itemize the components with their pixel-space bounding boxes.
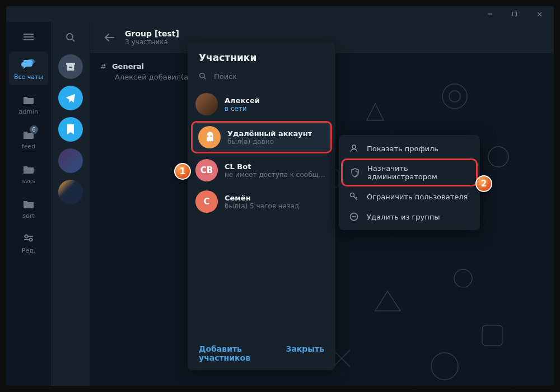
folder-icon bbox=[21, 161, 36, 176]
svg-point-19 bbox=[449, 91, 460, 102]
svg-rect-1 bbox=[513, 12, 517, 16]
remove-icon bbox=[349, 212, 359, 222]
svg-point-30 bbox=[352, 145, 356, 148]
menu-label: Назначить администратором bbox=[367, 164, 468, 181]
rail-label: svcs bbox=[22, 178, 35, 185]
svg-point-9 bbox=[25, 235, 28, 237]
chat-list bbox=[51, 22, 90, 386]
participant-status: в сети bbox=[225, 105, 260, 113]
profile-icon bbox=[349, 143, 359, 153]
settings-sliders-icon bbox=[21, 230, 36, 246]
svg-rect-16 bbox=[69, 67, 72, 68]
rail-label: admin bbox=[19, 108, 38, 115]
svg-line-27 bbox=[204, 77, 206, 79]
folder-rail: Все чаты admin feed 6 svcs sort Ред. bbox=[6, 22, 51, 386]
svg-point-26 bbox=[200, 73, 204, 78]
participants-list: Алексей в сети Удалённый аккаунт был(а) … bbox=[188, 88, 335, 337]
participant-name: Семён bbox=[225, 194, 299, 202]
rail-admin[interactable]: admin bbox=[9, 86, 48, 120]
annotation-badge-2: 2 bbox=[475, 175, 492, 192]
menu-restrict-user[interactable]: Ограничить пользователя bbox=[339, 186, 480, 207]
menu-label: Удалить из группы bbox=[367, 213, 440, 221]
titlebar bbox=[6, 6, 554, 22]
search-placeholder: Поиск bbox=[214, 72, 237, 81]
search-button[interactable] bbox=[59, 26, 82, 49]
chat-avatar-saved[interactable] bbox=[58, 117, 83, 142]
add-participants-button[interactable]: Добавить участников bbox=[199, 344, 286, 362]
svg-point-24 bbox=[488, 147, 508, 167]
key-icon bbox=[349, 192, 359, 202]
chat-avatar-archive[interactable] bbox=[58, 54, 83, 79]
participant-row-deleted[interactable]: Удалённый аккаунт был(а) давно bbox=[191, 121, 332, 153]
back-button[interactable] bbox=[99, 27, 119, 48]
chat-avatar-item[interactable] bbox=[58, 148, 83, 173]
svg-point-22 bbox=[454, 269, 472, 287]
svg-point-31 bbox=[351, 193, 354, 197]
annotation-badge-1: 1 bbox=[174, 163, 191, 180]
menu-button[interactable] bbox=[18, 27, 39, 47]
rail-label: feed bbox=[22, 143, 35, 150]
unread-badge: 6 bbox=[30, 125, 38, 134]
avatar: CB bbox=[195, 159, 218, 181]
participant-status: был(а) 5 часов назад bbox=[225, 202, 299, 210]
window-minimize-button[interactable] bbox=[478, 6, 502, 22]
participant-row[interactable]: С Семён был(а) 5 часов назад bbox=[188, 186, 335, 217]
shield-icon bbox=[351, 167, 360, 178]
svg-rect-14 bbox=[66, 63, 75, 65]
rail-label: sort bbox=[22, 212, 34, 220]
rail-svcs[interactable]: svcs bbox=[9, 156, 48, 189]
rail-sort[interactable]: sort bbox=[9, 190, 48, 224]
svg-point-7 bbox=[27, 59, 35, 64]
rail-edit[interactable]: Ред. bbox=[9, 225, 48, 259]
svg-line-13 bbox=[72, 39, 74, 41]
rail-label: Ред. bbox=[22, 247, 36, 254]
rail-all-chats[interactable]: Все чаты bbox=[9, 52, 48, 85]
participant-row[interactable]: CB CL Bot не имеет доступа к сообщениям bbox=[188, 155, 335, 186]
dialog-title: Участники bbox=[188, 42, 335, 68]
menu-show-profile[interactable]: Показать профиль bbox=[339, 138, 480, 158]
search-icon bbox=[199, 72, 207, 81]
svg-point-11 bbox=[30, 238, 32, 241]
svg-point-28 bbox=[207, 136, 209, 137]
avatar-ghost-icon bbox=[198, 126, 221, 148]
folder-icon bbox=[21, 195, 36, 211]
rail-feed[interactable]: feed 6 bbox=[9, 121, 48, 155]
avatar bbox=[195, 93, 218, 115]
chat-avatar-telegram[interactable] bbox=[58, 86, 83, 110]
svg-point-23 bbox=[431, 353, 458, 380]
menu-make-admin[interactable]: Назначить администратором bbox=[341, 158, 478, 186]
folder-icon bbox=[21, 91, 36, 107]
hash-icon: # bbox=[100, 62, 106, 71]
svg-point-29 bbox=[211, 136, 212, 137]
rail-label: Все чаты bbox=[14, 73, 43, 81]
avatar: С bbox=[195, 190, 218, 213]
svg-point-12 bbox=[67, 34, 73, 40]
participant-status: был(а) давно bbox=[227, 138, 312, 146]
svg-rect-25 bbox=[482, 325, 502, 346]
menu-remove-from-group[interactable]: Удалить из группы bbox=[339, 207, 480, 227]
close-dialog-button[interactable]: Закрыть bbox=[286, 344, 324, 362]
chat-bubbles-icon bbox=[21, 57, 36, 72]
participant-name: Алексей bbox=[225, 96, 260, 105]
channel-name[interactable]: General bbox=[112, 62, 144, 71]
window-close-button[interactable] bbox=[527, 6, 552, 22]
participant-status: не имеет доступа к сообщениям bbox=[225, 171, 328, 179]
window-maximize-button[interactable] bbox=[502, 6, 527, 22]
participant-name: Удалённый аккаунт bbox=[227, 129, 312, 138]
dialog-search[interactable]: Поиск bbox=[188, 68, 335, 88]
chat-avatar-item[interactable] bbox=[58, 180, 83, 204]
group-title: Group [test] bbox=[125, 29, 179, 38]
participants-dialog: Участники Поиск Алексей в сети Удалённый… bbox=[188, 42, 335, 370]
participant-name: CL Bot bbox=[225, 162, 328, 171]
participant-context-menu: Показать профиль Назначить администратор… bbox=[339, 135, 480, 230]
group-subtitle: 3 участника bbox=[125, 38, 179, 46]
svg-point-18 bbox=[442, 84, 467, 109]
menu-label: Показать профиль bbox=[367, 144, 438, 153]
menu-label: Ограничить пользователя bbox=[367, 193, 468, 201]
participant-row[interactable]: Алексей в сети bbox=[188, 88, 335, 120]
